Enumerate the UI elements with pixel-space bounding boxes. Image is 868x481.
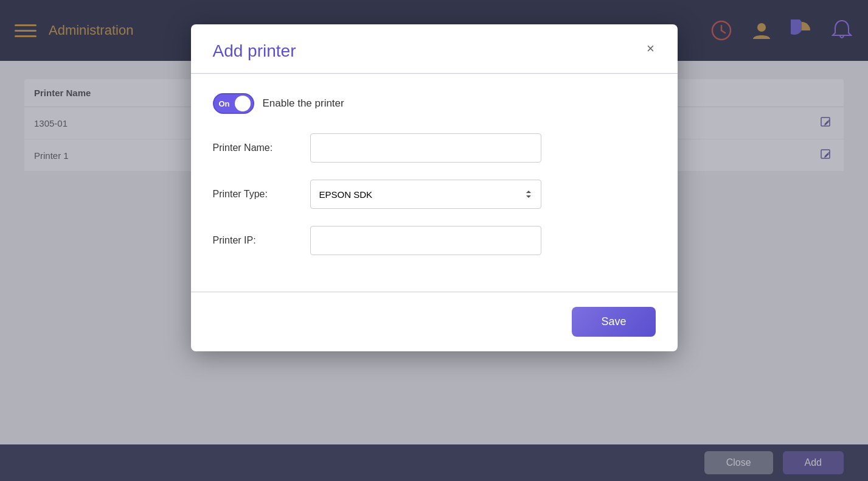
printer-type-row: Printer Type: EPSON SDK Star SDK Generic	[213, 180, 656, 209]
toggle-thumb	[235, 96, 251, 111]
toggle-on-label: On	[219, 99, 230, 108]
printer-type-select[interactable]: EPSON SDK Star SDK Generic	[310, 180, 541, 209]
modal-header: Add printer ×	[191, 24, 678, 73]
printer-ip-label: Printer IP:	[213, 235, 310, 246]
add-printer-modal: Add printer × On Enable the printer Prin…	[191, 24, 678, 351]
toggle-track: On	[213, 93, 254, 114]
printer-name-label: Printer Name:	[213, 142, 310, 153]
modal-title: Add printer	[213, 41, 656, 61]
modal-footer: Save	[191, 292, 678, 351]
modal-close-button[interactable]: ×	[641, 39, 661, 58]
printer-name-input[interactable]	[310, 133, 541, 163]
printer-name-row: Printer Name:	[213, 133, 656, 163]
printer-ip-row: Printer IP:	[213, 226, 656, 255]
enable-printer-label: Enable the printer	[263, 97, 344, 110]
printer-ip-input[interactable]	[310, 226, 541, 255]
modal-body: On Enable the printer Printer Name: Prin…	[191, 74, 678, 292]
enable-printer-toggle[interactable]: On	[213, 93, 254, 114]
save-button[interactable]: Save	[572, 307, 655, 337]
enable-printer-row: On Enable the printer	[213, 93, 656, 114]
printer-type-label: Printer Type:	[213, 189, 310, 200]
